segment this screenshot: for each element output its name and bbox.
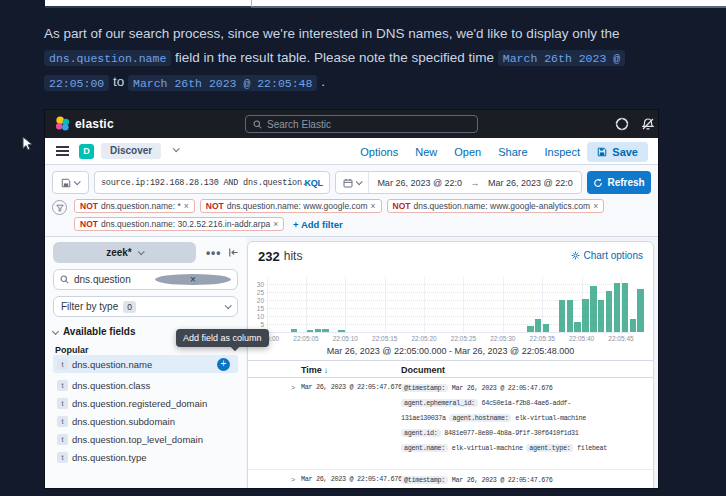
expand-row-icon[interactable]: > (291, 476, 295, 484)
filter-pill[interactable]: NOTdns.question.name: www.google-analyti… (387, 199, 605, 213)
x-axis-tick-label: 22:05:10 (325, 335, 365, 342)
app-header: elastic Search Elastic (45, 110, 658, 138)
alerts-icon[interactable] (641, 117, 655, 131)
histogram-bar[interactable] (527, 326, 533, 332)
field-type-icon: t (57, 359, 68, 370)
field-options-icon[interactable]: ••• (206, 246, 222, 260)
date-to[interactable]: Mar 26, 2023 @ 22:0 (480, 178, 582, 188)
sort-descending-icon[interactable]: ↓ (324, 365, 329, 375)
x-axis-tick-label: 22:05:25 (443, 335, 483, 342)
refresh-button[interactable]: Refresh (587, 171, 651, 194)
remove-filter-icon[interactable]: × (593, 201, 598, 211)
add-field-tooltip-text: Add field as column (183, 333, 262, 343)
histogram-bar[interactable] (630, 319, 636, 332)
field-type-icon: t (57, 380, 68, 391)
histogram-bar[interactable] (338, 330, 344, 332)
histogram-bar[interactable] (291, 329, 297, 332)
histogram-bar[interactable] (543, 324, 549, 332)
expand-row-icon[interactable]: > (291, 384, 295, 392)
remove-filter-icon[interactable]: × (184, 201, 189, 211)
field-item-dns.question.registered_domain[interactable]: tdns.question.registered_domain (53, 394, 238, 412)
breadcrumb-discover[interactable]: Discover (101, 143, 161, 159)
y-axis-tick-label: 5 (248, 321, 264, 328)
histogram-bar[interactable] (598, 300, 604, 332)
remove-filter-icon[interactable]: × (371, 201, 376, 211)
query-input[interactable]: source.ip:192.168.28.130 AND dns.questio… (94, 171, 330, 194)
filter-by-type-dropdown[interactable]: Filter by type 0 (53, 296, 238, 317)
global-search-input[interactable]: Search Elastic (245, 115, 478, 133)
histogram-bar[interactable] (614, 283, 620, 332)
date-quick-menu-button[interactable] (336, 172, 369, 193)
app-toolbar: D Discover OptionsNewOpenShareInspect Sa… (45, 138, 658, 165)
menu-link-options[interactable]: Options (360, 146, 398, 158)
column-time[interactable]: Time↓ (301, 365, 328, 375)
doc-field-chip: agent.type: (526, 444, 573, 452)
space-avatar[interactable]: D (79, 144, 94, 159)
filter-pill[interactable]: NOTdns.question.name: 30.2.52.216.in-add… (74, 217, 284, 231)
field-item-dns.question.type[interactable]: tdns.question.type (53, 448, 238, 466)
filter-pill[interactable]: NOTdns.question.name: *× (74, 199, 195, 213)
chart-options-button[interactable]: Chart options (571, 250, 643, 261)
hits-histogram[interactable]: 22:05:0022:05:0522:05:1022:05:1522:05:20… (248, 270, 653, 360)
x-axis-tick-label: 22:05:35 (522, 335, 562, 342)
filter-negate-label: NOT (206, 201, 224, 211)
row-time: Mar 26, 2023 @ 22:05:47.676 (301, 475, 402, 483)
filter-menu-icon[interactable] (52, 200, 67, 215)
histogram-bar[interactable] (637, 289, 643, 332)
filter-negate-label: NOT (80, 219, 98, 229)
instruction-paragraph: As part of our search process, since we'… (44, 22, 672, 95)
histogram-bar[interactable] (322, 329, 328, 332)
field-item-dns.question.name[interactable]: tdns.question.name+ (53, 355, 238, 373)
histogram-bar[interactable] (590, 286, 596, 332)
save-button[interactable]: Save (587, 142, 648, 162)
intro-code-time-end: March 26th 2023 @ 22:05:48 (128, 75, 317, 91)
add-field-as-column-button[interactable]: + (217, 358, 230, 371)
intro-text-3: to (109, 74, 128, 89)
menu-link-inspect[interactable]: Inspect (545, 146, 580, 158)
histogram-bar[interactable] (582, 299, 588, 332)
save-label: Save (612, 146, 638, 158)
top-remnant-bar (45, 0, 726, 8)
fields-sidebar: zeek* ••• dns.question × (45, 237, 246, 488)
menu-link-open[interactable]: Open (454, 146, 481, 158)
y-axis-tick-label: 30 (248, 281, 264, 288)
nav-menu-icon[interactable] (56, 146, 69, 158)
remove-filter-icon[interactable]: × (273, 219, 278, 229)
filter-pill[interactable]: NOTdns.question.name: www.google.com× (200, 199, 382, 213)
field-item-dns.question.class[interactable]: tdns.question.class (53, 376, 238, 394)
breadcrumb-chevron-icon[interactable] (173, 145, 180, 152)
clear-search-icon[interactable]: × (155, 274, 231, 285)
saved-query-menu-button[interactable] (52, 171, 89, 194)
y-axis-tick-label: 10 (248, 313, 264, 320)
field-item-dns.question.subdomain[interactable]: tdns.question.subdomain (53, 412, 238, 430)
histogram-bar[interactable] (606, 291, 612, 332)
table-row[interactable]: > Mar 26, 2023 @ 22:05:47.676 @timestamp… (248, 378, 653, 470)
index-pattern-selector[interactable]: zeek* (53, 242, 196, 263)
menu-link-new[interactable]: New (415, 146, 437, 158)
field-type-icon: t (57, 398, 68, 409)
doc-field-chip: agent.hostname: (449, 414, 511, 422)
table-row[interactable]: > Mar 26, 2023 @ 22:05:47.676 @timestamp… (248, 470, 653, 488)
field-search-input[interactable]: dns.question × (53, 269, 238, 290)
histogram-bar[interactable] (622, 283, 628, 332)
elastic-logo[interactable]: elastic (55, 116, 114, 131)
histogram-bar[interactable] (559, 300, 565, 332)
save-icon (597, 147, 607, 157)
time-column-label: Time (301, 365, 322, 375)
popular-fields-list: tdns.question.name+ (53, 355, 238, 373)
add-filter-button[interactable]: + Add filter (293, 219, 343, 230)
histogram-bar[interactable] (535, 319, 541, 332)
help-icon[interactable] (615, 117, 629, 131)
histogram-bar[interactable] (315, 329, 321, 332)
filter-text: dns.question.name: www.google.com (227, 201, 368, 211)
filter-negate-label: NOT (80, 201, 98, 211)
filter-text: dns.question.name: 30.2.52.216.in-addr.a… (101, 219, 270, 229)
histogram-bar[interactable] (567, 300, 573, 332)
histogram-bar[interactable] (307, 330, 313, 332)
histogram-bar[interactable] (574, 322, 580, 332)
menu-link-share[interactable]: Share (498, 146, 527, 158)
collapse-sidebar-icon[interactable] (228, 247, 238, 258)
field-item-dns.question.top_level_domain[interactable]: tdns.question.top_level_domain (53, 430, 238, 448)
query-language-button[interactable]: KQL (305, 178, 323, 188)
date-from[interactable]: Mar 26, 2023 @ 22:0 (369, 178, 471, 188)
